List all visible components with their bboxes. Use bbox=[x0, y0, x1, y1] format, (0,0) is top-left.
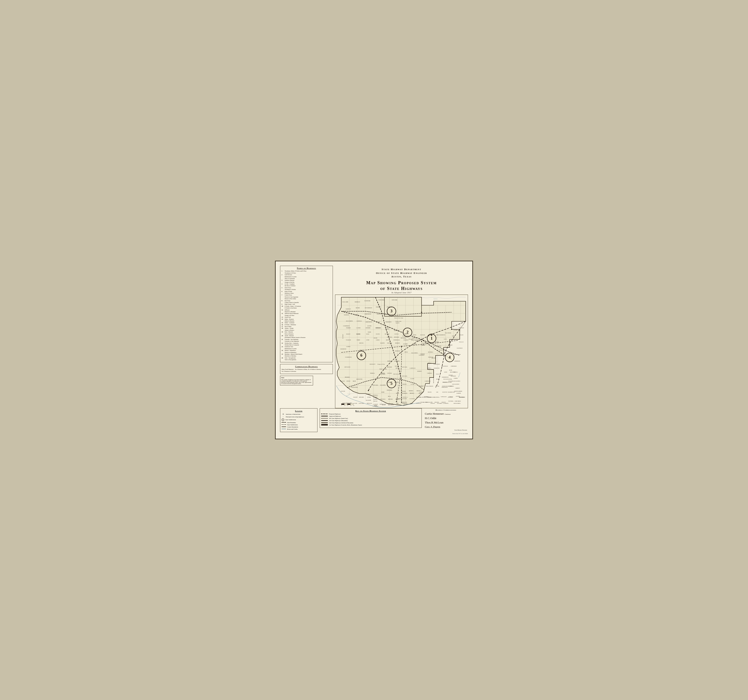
svg-rect-291 bbox=[341, 404, 344, 405]
svg-text:HOUSTON: HOUSTON bbox=[450, 372, 455, 373]
svg-text:DAWSON: DAWSON bbox=[387, 343, 392, 344]
names-of-highways-title: Names of Highways bbox=[281, 267, 331, 269]
key-label-4th: 4th Class Highways (Sand-Clay) bbox=[329, 418, 348, 419]
svg-text:HAMILTON: HAMILTON bbox=[434, 367, 440, 369]
svg-text:PINTO: PINTO bbox=[404, 352, 408, 353]
legend-item-rivers: Rivers and Creeks bbox=[281, 428, 316, 430]
svg-text:COLLIN: COLLIN bbox=[459, 334, 464, 336]
svg-text:BAYLOR: BAYLOR bbox=[420, 334, 425, 336]
svg-text:PALO DURO: PALO DURO bbox=[445, 333, 451, 334]
svg-text:PARMER: PARMER bbox=[346, 327, 351, 328]
svg-text:HALL: HALL bbox=[386, 327, 389, 328]
svg-text:MARTIN: MARTIN bbox=[380, 343, 385, 344]
signature-1: Curtiz Hennesee Chairman bbox=[425, 412, 467, 416]
svg-text:6: 6 bbox=[360, 353, 362, 357]
list-item: Corpus Christi to Amarillo bbox=[281, 302, 331, 304]
left-panel: Names of Highways 1Texarkana, Dallas, Ft… bbox=[280, 266, 333, 408]
svg-text:KERR: KERR bbox=[388, 382, 391, 383]
svg-text:JACK: JACK bbox=[444, 339, 447, 340]
list-item: 2Gulf Division bbox=[281, 274, 331, 276]
svg-text:BURNET: BURNET bbox=[419, 386, 424, 387]
list-item: 3Southern National bbox=[281, 279, 331, 281]
top-section: Names of Highways 1Texarkana, Dallas, Ft… bbox=[280, 266, 468, 408]
combination-highways-text: Henry Exall Memorial No 6 Denison to Dal… bbox=[281, 369, 331, 372]
svg-text:KARNES: KARNES bbox=[423, 402, 428, 403]
svg-text:GARZA: GARZA bbox=[376, 339, 380, 340]
svg-text:DALLAMM: DALLAMM bbox=[342, 301, 348, 302]
svg-text:STERLING: STERLING bbox=[412, 337, 417, 339]
svg-text:VICTORIA: VICTORIA bbox=[448, 401, 453, 402]
list-item: 16Ft Worth - Oklahoma bbox=[281, 324, 331, 326]
list-item: Burkburnett to Laredo bbox=[281, 348, 331, 349]
list-item: Ft Worth to San Horne bbox=[281, 307, 331, 309]
svg-text:KNOX: KNOX bbox=[413, 334, 416, 336]
svg-text:KERR: KERR bbox=[382, 392, 385, 393]
svg-text:GILLESPIE: GILLESPIE bbox=[366, 400, 371, 401]
svg-text:CONCHO: CONCHO bbox=[387, 373, 392, 374]
svg-point-286 bbox=[451, 329, 452, 330]
svg-text:ZAVALLA: ZAVALLA bbox=[402, 402, 407, 404]
svg-text:SWISHER: SWISHER bbox=[366, 327, 371, 328]
svg-text:Scale of Statute Miles: Scale of Statute Miles bbox=[342, 402, 352, 404]
svg-text:COOKE: COOKE bbox=[454, 330, 458, 330]
svg-text:TERRELL: TERRELL bbox=[370, 373, 375, 374]
junction-symbol: ⊙ bbox=[281, 413, 285, 415]
svg-text:CRANE: CRANE bbox=[374, 337, 377, 339]
svg-text:GILLESPIE: GILLESPIE bbox=[394, 361, 400, 361]
list-item: 6King of Trails bbox=[281, 291, 331, 292]
svg-text:SAN SABA: SAN SABA bbox=[402, 366, 407, 367]
svg-text:JACKSON: JACKSON bbox=[448, 396, 453, 398]
svg-text:MITCHELL: MITCHELL bbox=[401, 337, 406, 339]
svg-text:OLDHAM: OLDHAM bbox=[344, 314, 349, 316]
list-item: 25Meridian - Mineral Wells Branch bbox=[281, 353, 331, 355]
svg-text:HALE: HALE bbox=[366, 334, 369, 335]
key-item-4th: 4th Class Highways (Sand-Clay) bbox=[321, 418, 420, 419]
signature-3: Thos.R.McLean bbox=[425, 421, 467, 425]
svg-text:NUECES: NUECES bbox=[397, 404, 401, 405]
svg-text:SABINE: SABINE bbox=[454, 378, 458, 379]
svg-text:MONTGOMERY: MONTGOMERY bbox=[454, 391, 462, 392]
combination-highways-title: Combination Highways bbox=[281, 366, 331, 367]
svg-text:MENARD: MENARD bbox=[387, 366, 392, 367]
svg-text:EDWARDS: EDWARDS bbox=[387, 390, 392, 391]
page-container: Names of Highways 1Texarkana, Dallas, Ft… bbox=[275, 261, 473, 439]
4th-class-line-symbol bbox=[321, 418, 328, 419]
svg-text:RUNNELS: RUNNELS bbox=[428, 352, 433, 353]
svg-point-287 bbox=[368, 390, 369, 391]
key-item-1st: 1st Class Highways (Concrete, Brick, Bit… bbox=[321, 424, 420, 426]
svg-text:3: 3 bbox=[391, 309, 392, 313]
svg-text:HUDSPETH: HUDSPETH bbox=[341, 348, 346, 349]
svg-text:BURLESON: BURLESON bbox=[442, 387, 448, 388]
svg-text:MILAM: MILAM bbox=[435, 386, 439, 387]
county-line-symbol bbox=[281, 427, 286, 427]
list-item: Denison to Waco bbox=[281, 292, 331, 294]
svg-point-288 bbox=[396, 401, 397, 402]
list-item: Texarkana to El Paso bbox=[281, 272, 331, 274]
svg-text:SAN SABA: SAN SABA bbox=[372, 384, 378, 386]
list-item: 26Tyler - Nacogdoches bbox=[281, 357, 331, 359]
key-label-approved: Approved Highways bbox=[329, 415, 341, 417]
svg-point-289 bbox=[421, 312, 422, 313]
list-item: 15Dallas - Louisiana bbox=[281, 322, 331, 323]
svg-text:MCMULLEN: MCMULLEN bbox=[380, 404, 386, 405]
svg-text:GOLIAD: GOLIAD bbox=[430, 396, 435, 398]
svg-text:ANDREWS: ANDREWS bbox=[387, 336, 392, 337]
svg-text:JIM HOGG: JIM HOGG bbox=[380, 399, 385, 400]
svg-text:CULBERSON: CULBERSON bbox=[345, 357, 351, 358]
svg-text:BRAZORIA: BRAZORIA bbox=[459, 396, 465, 398]
svg-text:COLEMAN: COLEMAN bbox=[419, 354, 424, 355]
svg-text:Orange to El Paso: Orange to El Paso bbox=[377, 364, 385, 365]
svg-text:MCLENNAN: MCLENNAN bbox=[442, 366, 448, 367]
legend-label-junctions: Junctions or Intersections bbox=[286, 413, 300, 415]
list-item: 5North Texas bbox=[281, 287, 331, 289]
svg-text:BRISCOE: BRISCOE bbox=[376, 327, 380, 328]
svg-text:MENARD: MENARD bbox=[359, 396, 364, 398]
svg-text:CHILDRESS: CHILDRESS bbox=[385, 321, 391, 322]
legend-item-subdivisions: 5 State Subdivisions bbox=[281, 418, 316, 421]
list-item: Texarkana to Texline bbox=[281, 289, 331, 290]
svg-text:RANDALL: RANDALL bbox=[357, 320, 362, 321]
svg-text:WARD: WARD bbox=[368, 331, 371, 333]
list-item: Gonzales to San Augustine bbox=[281, 340, 331, 342]
svg-text:LIVE OAK: LIVE OAK bbox=[388, 403, 393, 404]
svg-text:KARNES: KARNES bbox=[424, 396, 428, 397]
